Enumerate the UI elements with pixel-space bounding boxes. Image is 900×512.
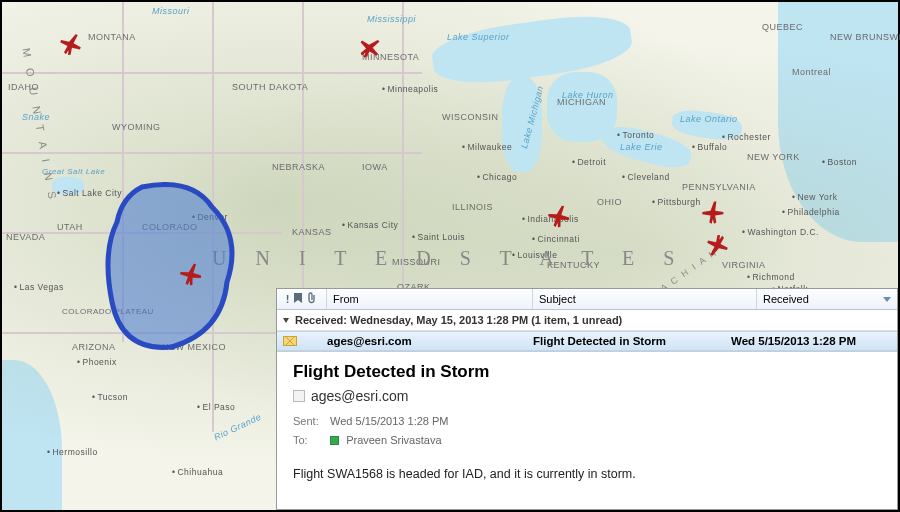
sender-placeholder-icon <box>293 390 305 402</box>
state-label: IOWA <box>362 162 388 172</box>
plane-icon[interactable] <box>544 200 576 232</box>
reading-body: Flight SWA1568 is headed for IAD, and it… <box>293 467 881 481</box>
plane-icon[interactable] <box>700 198 728 226</box>
state-label: NEBRASKA <box>272 162 325 172</box>
mail-row-from: ages@esri.com <box>327 335 533 347</box>
mail-group-header[interactable]: Received: Wednesday, May 15, 2013 1:28 P… <box>277 310 897 331</box>
reading-pane: Flight Detected in Storm ages@esri.com S… <box>277 351 897 509</box>
city-label: Hermosillo <box>47 447 98 457</box>
city-label: Cleveland <box>622 172 670 182</box>
city-label: Kansas City <box>342 220 398 230</box>
city-label: Buffalo <box>692 142 727 152</box>
column-header-from[interactable]: From <box>327 289 533 309</box>
importance-icon[interactable]: ! <box>286 293 290 305</box>
river-label: Mississippi <box>367 14 416 24</box>
to-value[interactable]: Praveen Srivastava <box>346 434 441 446</box>
column-header-received[interactable]: Received <box>757 289 897 309</box>
state-label: NEW YORK <box>747 152 800 162</box>
lake-label: Lake Superior <box>447 32 510 42</box>
reading-sender[interactable]: ages@esri.com <box>311 388 408 404</box>
state-label: KANSAS <box>292 227 332 237</box>
mail-row-selected[interactable]: ages@esri.com Flight Detected in Storm W… <box>277 331 897 351</box>
state-label: SOUTH DAKOTA <box>232 82 308 92</box>
unread-envelope-icon <box>283 336 297 346</box>
state-label: NEW BRUNSWICK <box>830 32 900 42</box>
state-label: MONTANA <box>88 32 136 42</box>
city-label: Rochester <box>722 132 771 142</box>
lake-label: Lake Ontario <box>680 114 738 124</box>
city-label: Philadelphia <box>782 207 840 217</box>
city-label: Chicago <box>477 172 517 182</box>
state-label: PENNSYLVANIA <box>682 182 756 192</box>
mail-row-subject: Flight Detected in Storm <box>533 335 731 347</box>
sent-label: Sent: <box>293 412 327 431</box>
mail-row-received: Wed 5/15/2013 1:28 PM <box>731 335 891 347</box>
lake-label: Lake Huron <box>562 90 614 100</box>
city-label: Washington D.C. <box>742 227 819 237</box>
country-label: U N I T E D S T A T E S <box>212 247 686 270</box>
city-label: Boston <box>822 157 857 167</box>
column-header-subject[interactable]: Subject <box>533 289 757 309</box>
city-label: Pittsburgh <box>652 197 701 207</box>
sent-value: Wed 5/15/2013 1:28 PM <box>330 415 448 427</box>
state-label: UTAH <box>57 222 83 232</box>
city-label: New York <box>792 192 837 202</box>
sort-desc-icon <box>883 297 891 302</box>
column-header-received-label: Received <box>763 293 809 305</box>
city-label: Cincinnati <box>532 234 580 244</box>
state-label: WISCONSIN <box>442 112 499 122</box>
city-label: Las Vegas <box>14 282 64 292</box>
city-label: Phoenix <box>77 357 117 367</box>
lake-label: Lake Erie <box>620 142 663 152</box>
river-label: Missouri <box>152 6 190 16</box>
presence-available-icon <box>330 436 339 445</box>
to-label: To: <box>293 431 327 450</box>
reading-title: Flight Detected in Storm <box>293 362 881 382</box>
city-label: Minneapolis <box>382 84 438 94</box>
state-label: ILLINOIS <box>452 202 493 212</box>
city-label: Saint Louis <box>412 232 465 242</box>
reminder-icon[interactable] <box>293 292 303 306</box>
city-label-montreal: Montreal <box>792 67 831 77</box>
city-label: El Paso <box>197 402 235 412</box>
email-pane: ! From Subject Received Received: Wednes… <box>276 288 898 510</box>
city-label: Toronto <box>617 130 654 140</box>
state-label: NEVADA <box>6 232 45 242</box>
city-label: Chihuahua <box>172 467 223 477</box>
state-label: VIRGINIA <box>722 260 766 270</box>
mail-column-header: ! From Subject Received <box>277 289 897 310</box>
city-label: Detroit <box>572 157 606 167</box>
state-label: QUEBEC <box>762 22 803 32</box>
city-label: Richmond <box>747 272 795 282</box>
city-label: Milwaukee <box>462 142 512 152</box>
attachment-icon[interactable] <box>307 292 317 306</box>
city-label: Tucson <box>92 392 128 402</box>
state-label: WYOMING <box>112 122 161 132</box>
mail-group-text: Received: Wednesday, May 15, 2013 1:28 P… <box>295 314 622 326</box>
state-label: OHIO <box>597 197 622 207</box>
plane-icon-in-storm[interactable] <box>176 258 208 290</box>
